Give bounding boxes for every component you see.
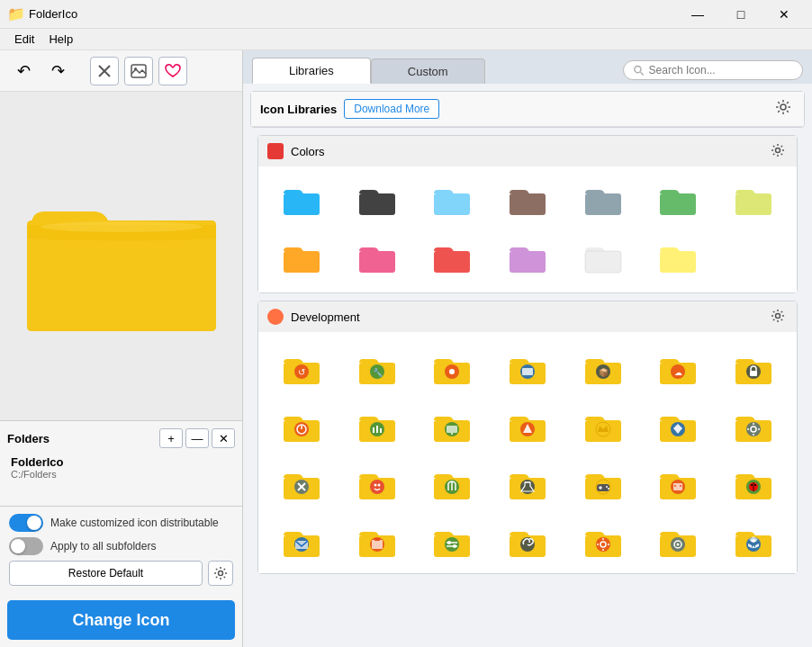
folder-list-item[interactable]: FolderIco C:/Folders [7,454,235,481]
development-section-header[interactable]: Development [258,301,797,332]
menu-bar: Edit Help [0,29,812,50]
settings-gear-button[interactable] [208,561,233,586]
dev-icon-cloud[interactable]: ☁ [643,339,715,393]
folders-controls: + — ✕ [159,428,235,448]
toggle-row-1: Make customized icon distributable [9,514,233,532]
dev-icon-lock[interactable] [717,339,789,393]
search-box [623,60,803,80]
dev-icon-ladybug[interactable] [717,454,789,508]
dev-icon-robot[interactable] [643,454,715,508]
change-icon-button[interactable]: Change Icon [7,600,235,640]
dev-icon-timer[interactable] [266,397,338,451]
svg-rect-44 [750,371,757,376]
colors-section-header[interactable]: Colors [258,136,797,166]
library-gear-button[interactable] [771,97,795,121]
toggle-knob-2 [11,539,25,553]
restore-default-button[interactable]: Restore Default [9,561,203,586]
image-button[interactable] [124,57,153,85]
color-folder-pink[interactable] [341,231,413,285]
colors-section-title: Colors [291,145,761,158]
color-folder-lime[interactable] [717,174,789,228]
distributable-toggle[interactable] [9,514,43,532]
remove-folder-button[interactable]: — [185,428,209,448]
dev-icon-dropbox[interactable] [717,512,789,566]
toggle-label-1: Make customized icon distributable [50,517,219,529]
clear-button[interactable] [90,57,119,85]
content-area[interactable]: Icon Libraries Download More Colors [243,84,812,647]
dev-icon-gear2[interactable] [717,397,789,451]
colors-gear-button[interactable] [768,141,788,161]
restore-row: Restore Default [9,561,233,586]
color-folder-white[interactable] [567,231,639,285]
search-icon [633,64,645,76]
dev-icon-bug[interactable] [341,454,413,508]
close-folder-button[interactable]: ✕ [212,428,235,448]
development-section: Development ↺ 🔧 📦 ☁ [257,301,798,574]
development-gear-button[interactable] [768,307,788,327]
svg-rect-35 [522,368,533,375]
color-folder-blue[interactable] [266,174,338,228]
dev-icon-tools[interactable]: 🔧 [341,339,413,393]
dev-icon-telescope[interactable] [643,512,715,566]
dev-icon-gamepad[interactable] [567,454,639,508]
menu-help[interactable]: Help [41,31,80,48]
svg-rect-95 [673,483,682,490]
image-icon [131,64,147,78]
dev-icon-link[interactable] [492,512,564,566]
color-folder-dark[interactable] [341,174,413,228]
svg-point-112 [445,537,459,552]
dev-icon-trident[interactable] [416,454,488,508]
dev-icon-settings[interactable] [416,339,488,393]
tab-libraries[interactable]: Libraries [252,58,371,84]
dev-icon-chart[interactable] [341,397,413,451]
toggle-knob-1 [27,516,41,530]
dev-icon-crown[interactable] [567,397,639,451]
maximize-button[interactable]: □ [720,0,762,29]
svg-text:🔧: 🔧 [372,367,383,378]
color-folder-gray[interactable] [567,174,639,228]
color-folder-green[interactable] [643,174,715,228]
svg-point-9 [776,148,780,152]
menu-edit[interactable]: Edit [7,31,41,48]
right-panel: Libraries Custom Icon Libraries Download… [243,50,812,647]
color-folder-orange[interactable] [266,231,338,285]
dev-icon-camera[interactable] [492,339,564,393]
add-folder-button[interactable]: + [159,428,183,448]
color-folder-brown[interactable] [492,174,564,228]
dev-icon-email[interactable] [266,512,338,566]
svg-rect-18 [359,251,395,273]
svg-point-32 [449,369,455,374]
dev-icon-cross[interactable] [266,454,338,508]
dev-icon-science[interactable] [492,454,564,508]
dev-icon-git[interactable]: ↺ [266,339,338,393]
color-folder-red[interactable] [416,231,488,285]
library-header: Icon Libraries Download More [251,92,804,127]
color-folder-lightblue[interactable] [416,174,488,228]
dev-icon-sliders[interactable] [416,512,488,566]
dev-icon-monitor[interactable] [416,397,488,451]
folder-list: FolderIco C:/Folders [7,454,235,499]
minimize-button[interactable]: — [677,0,718,29]
search-input[interactable] [649,64,793,76]
folders-title: Folders [7,432,50,445]
download-more-button[interactable]: Download More [344,99,439,119]
favorite-button[interactable] [158,57,187,85]
toggle-label-2: Apply to all subfolders [50,540,156,553]
subfolders-toggle[interactable] [9,537,43,555]
dev-icon-diamond[interactable] [643,397,715,451]
svg-rect-22 [660,251,696,273]
svg-point-8 [780,104,786,110]
dev-icon-package[interactable]: 📦 [567,339,639,393]
color-folder-yellow2[interactable] [643,231,715,285]
dev-icon-triangle[interactable] [492,397,564,451]
dev-icon-clipboard[interactable] [341,512,413,566]
redo-button[interactable]: ↷ [43,57,72,85]
svg-point-79 [374,484,376,487]
library-gear-icon [775,99,791,115]
close-button[interactable]: ✕ [763,0,805,29]
color-folder-purple[interactable] [492,231,564,285]
dev-icon-settings3[interactable] [567,512,639,566]
tab-custom[interactable]: Custom [371,58,485,84]
undo-button[interactable]: ↶ [9,57,38,85]
library-header-container: Icon Libraries Download More [250,91,805,128]
